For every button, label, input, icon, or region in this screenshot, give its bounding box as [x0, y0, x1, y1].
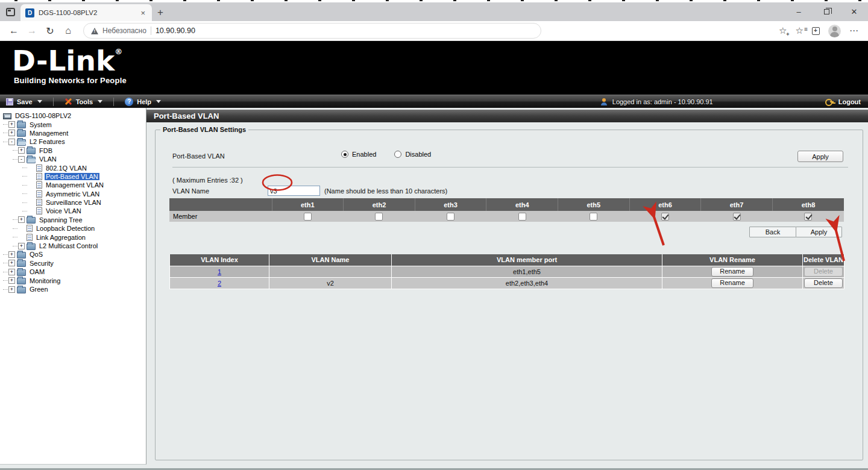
browser-address-bar: ← → ↻ ⌂ Небезопасно 10.90.90.90 ☆ ☆ ⋯ [0, 21, 868, 41]
home-icon[interactable]: ⌂ [60, 23, 76, 39]
address-input[interactable]: Небезопасно 10.90.90.90 [83, 23, 541, 39]
expand-icon[interactable]: + [18, 243, 25, 249]
new-tab-button[interactable]: + [152, 4, 169, 21]
apply-members-button[interactable]: Apply [796, 227, 842, 237]
member-checkbox-eth5[interactable] [590, 213, 597, 221]
sidebar-item-label: Management VLAN [45, 181, 105, 189]
sidebar-item-l2-multicast-control[interactable]: +L2 Multicast Control [0, 242, 146, 250]
vlan-index-link-1[interactable]: 1 [218, 268, 221, 275]
rename-button-vlan-2[interactable]: Rename [711, 278, 753, 288]
expand-icon[interactable]: + [8, 260, 15, 266]
close-button[interactable]: ✕ [840, 2, 868, 20]
collapse-icon[interactable]: - [8, 139, 15, 145]
page-icon [27, 225, 33, 232]
tab-actions-button[interactable] [0, 4, 20, 20]
enabled-radio[interactable] [341, 151, 348, 158]
vlan-name-input[interactable] [268, 186, 320, 196]
sidebar-item-port-based-vlan[interactable]: Port-Based VLAN [0, 172, 146, 181]
member-checkbox-eth2[interactable] [375, 213, 383, 221]
back-button[interactable]: Back [749, 227, 796, 237]
sidebar-item-label: VLAN [38, 155, 58, 163]
rename-button-vlan-1[interactable]: Rename [711, 267, 753, 277]
member-checkbox-eth1[interactable] [304, 213, 312, 221]
expand-icon[interactable]: + [8, 277, 15, 284]
more-menu-icon[interactable]: ⋯ [849, 25, 858, 36]
sidebar-item-802-1q-vlan[interactable]: 802.1Q VLAN [0, 163, 146, 172]
favorites-bar-icon[interactable]: ☆ [796, 25, 804, 36]
restore-button[interactable] [813, 2, 840, 20]
browser-tab[interactable]: D DGS-1100-08PLV2 × [20, 4, 152, 21]
dlink-tagline: Building Networks for People [14, 76, 868, 85]
sidebar-item-spanning-tree[interactable]: +Spanning Tree [0, 216, 146, 224]
logout-key-icon [825, 98, 834, 105]
forward-icon[interactable]: → [24, 23, 40, 39]
save-label: Save [17, 98, 33, 105]
tree-connector [13, 150, 17, 151]
sidebar-item-monitoring[interactable]: +Monitoring [0, 276, 146, 284]
sidebar-item-green[interactable]: +Green [0, 285, 146, 293]
sidebar-item-loopback-detection[interactable]: Loopback Detection [0, 224, 146, 233]
sidebar-item-link-aggregation[interactable]: Link Aggregation [0, 233, 146, 241]
sidebar-item-vlan[interactable]: -VLAN [0, 155, 146, 163]
screen: D DGS-1100-08PLV2 × + – ✕ ← → ↻ ⌂ Небезо… [0, 0, 868, 470]
member-checkbox-eth6[interactable] [661, 213, 669, 221]
member-checkbox-eth7[interactable] [733, 213, 741, 221]
back-icon[interactable]: ← [6, 23, 22, 39]
sidebar-item-qos[interactable]: +QoS [0, 250, 146, 258]
sidebar-item-voice-vlan[interactable]: Voice VLAN [0, 207, 146, 215]
apply-state-button[interactable]: Apply [797, 151, 843, 162]
expand-icon[interactable]: + [8, 251, 15, 258]
expand-icon[interactable]: + [8, 121, 15, 128]
refresh-icon[interactable]: ↻ [42, 23, 58, 39]
tree-connector [3, 142, 8, 142]
tools-label: Tools [76, 98, 93, 105]
vlan-index-link-2[interactable]: 2 [218, 280, 221, 287]
sidebar-item-asymmetric-vlan[interactable]: Asymmetric VLAN [0, 190, 146, 198]
tab-close-icon[interactable]: × [139, 8, 147, 17]
expand-icon[interactable]: + [8, 269, 15, 275]
vlan-list-table: VLAN Index VLAN Name VLAN member port VL… [169, 254, 844, 289]
tree-connector [22, 211, 27, 212]
delete-button-vlan-2[interactable]: Delete [804, 278, 843, 288]
sidebar-item-fdb[interactable]: +FDB [0, 146, 146, 155]
member-checkbox-eth4[interactable] [518, 213, 526, 221]
tree-connector [22, 185, 27, 186]
expand-icon[interactable]: + [18, 216, 25, 223]
browser-tab-bar: D DGS-1100-08PLV2 × + – ✕ [0, 2, 868, 21]
add-favorite-icon[interactable]: ☆ [779, 25, 787, 36]
tree-connector [3, 263, 8, 263]
url-text: 10.90.90.90 [156, 27, 195, 35]
help-label: Help [137, 98, 151, 105]
sidebar-item-oam[interactable]: +OAM [0, 268, 146, 276]
save-menu[interactable]: Save [0, 98, 48, 105]
minimize-button[interactable]: – [785, 2, 813, 20]
disabled-radio[interactable] [394, 151, 401, 158]
sidebar-item-l2-features[interactable]: -L2 Features [0, 137, 146, 146]
tools-menu[interactable]: Tools [58, 98, 109, 105]
sidebar-item-management[interactable]: +Management [0, 129, 146, 137]
member-checkbox-eth3[interactable] [447, 213, 454, 221]
sidebar-item-label: OAM [28, 268, 46, 275]
folder-icon [17, 122, 26, 128]
sidebar-item-system[interactable]: +System [0, 120, 146, 128]
page-icon [36, 181, 42, 189]
collections-icon[interactable] [812, 27, 820, 35]
toolbar-divider [113, 98, 114, 106]
member-cell-eth5 [558, 211, 630, 222]
help-menu[interactable]: ? Help [119, 98, 167, 106]
profile-avatar[interactable] [828, 25, 841, 37]
dlink-favicon: D [25, 8, 34, 17]
sidebar-item-management-vlan[interactable]: Management VLAN [0, 181, 146, 189]
sidebar-item-security[interactable]: +Security [0, 259, 146, 268]
collapse-icon[interactable]: - [18, 156, 25, 163]
security-warning-icon[interactable] [91, 28, 98, 34]
expand-icon[interactable]: + [8, 286, 15, 293]
member-checkbox-eth8[interactable] [804, 213, 812, 221]
expand-icon[interactable]: + [8, 130, 15, 136]
logout-button[interactable]: Logout [838, 98, 861, 105]
sidebar-item-surveillance-vlan[interactable]: Surveillance VLAN [0, 198, 146, 207]
folder-icon [17, 260, 26, 267]
sidebar-item-label: Surveillance VLAN [45, 199, 102, 206]
expand-icon[interactable]: + [18, 147, 25, 154]
sidebar-item-dgs-1100-08plv2[interactable]: DGS-1100-08PLV2 [0, 111, 146, 120]
